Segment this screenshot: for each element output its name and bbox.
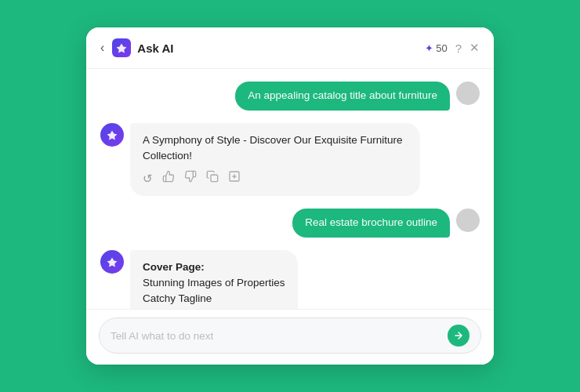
copy-icon[interactable]: [206, 170, 219, 188]
chat-body: An appealing catalog title about furnitu…: [86, 69, 494, 309]
header-actions: ✦ 50 ? ✕: [425, 41, 480, 55]
user-message-1: An appealing catalog title about furnitu…: [100, 82, 480, 111]
user-bubble-1: An appealing catalog title about furnitu…: [235, 82, 450, 111]
user-bubble-2: Real estate brochure outline: [292, 209, 450, 238]
close-button[interactable]: ✕: [469, 41, 480, 55]
add-icon[interactable]: [228, 170, 241, 188]
user-message-2: Real estate brochure outline: [100, 209, 480, 238]
send-icon: [453, 330, 464, 341]
ai-bubble-1: A Symphony of Style - Discover Our Exqui…: [130, 123, 420, 196]
ai-bubble-2: Cover Page: Stunning Images of Propertie…: [130, 250, 298, 309]
credit-badge: ✦ 50: [425, 42, 447, 54]
cover-line2: Catchy Tagline: [143, 291, 285, 307]
ai-response-text-1: A Symphony of Style - Discover Our Exqui…: [143, 132, 408, 165]
chat-input-wrap: [99, 318, 481, 354]
chat-header: ‹ Ask AI ✦ 50 ? ✕: [86, 27, 494, 69]
user-avatar-1: [456, 82, 480, 105]
refresh-icon[interactable]: ↺: [143, 170, 153, 188]
send-button[interactable]: [448, 325, 469, 347]
chat-input[interactable]: [111, 330, 441, 342]
star-icon: ✦: [425, 42, 433, 54]
svg-rect-0: [211, 175, 218, 182]
thumbs-down-icon[interactable]: [184, 170, 197, 188]
chat-window: ‹ Ask AI ✦ 50 ? ✕ An appealing catalog t…: [86, 27, 494, 365]
ai-action-bar-1: ↺: [143, 170, 408, 188]
ai-avatar-1: [100, 123, 124, 147]
cover-page-label: Cover Page:: [143, 261, 205, 273]
ai-message-2: Cover Page: Stunning Images of Propertie…: [100, 250, 480, 309]
header-title: Ask AI: [137, 42, 419, 55]
thumbs-up-icon[interactable]: [162, 170, 175, 188]
chat-input-area: [86, 309, 494, 365]
ai-response-content-2: Cover Page: Stunning Images of Propertie…: [143, 260, 285, 309]
ai-avatar-2: [100, 250, 124, 274]
cover-line1: Stunning Images of Properties: [143, 275, 285, 291]
ai-message-1: A Symphony of Style - Discover Our Exqui…: [100, 123, 480, 196]
user-avatar-2: [456, 209, 480, 232]
ai-logo-icon: [112, 38, 131, 57]
credit-count: 50: [436, 42, 447, 54]
back-button[interactable]: ‹: [100, 41, 104, 55]
help-button[interactable]: ?: [455, 42, 462, 55]
